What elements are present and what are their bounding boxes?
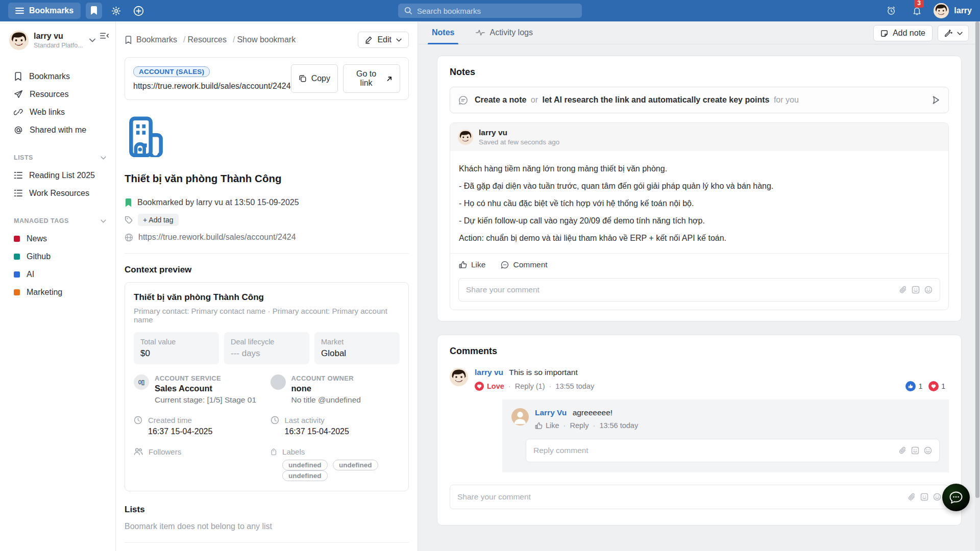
plus-circle-icon <box>133 6 144 16</box>
people-icon <box>134 447 143 456</box>
global-search[interactable] <box>398 4 582 18</box>
chat-bubble-icon <box>458 95 468 105</box>
attach-icon[interactable] <box>908 493 916 501</box>
add-note-button[interactable]: Add note <box>873 25 933 41</box>
workspace-switcher[interactable]: larry vu Standard Platfo... <box>0 31 115 50</box>
reply-comment-input[interactable] <box>533 446 899 455</box>
notifications-button[interactable]: 3 <box>908 3 925 19</box>
user-menu[interactable]: larry <box>934 3 972 18</box>
sidebar-tag-ai[interactable]: AI <box>0 265 115 283</box>
love-action[interactable]: Love <box>487 382 504 390</box>
tab-notes[interactable]: Notes <box>430 21 456 44</box>
scrollbar-thumb[interactable] <box>975 21 979 498</box>
emoji-icon[interactable] <box>924 286 933 294</box>
like-count-icon[interactable] <box>905 381 916 391</box>
note-comment-input-row <box>458 278 940 302</box>
chevron-down-icon <box>396 38 402 42</box>
thumbs-up-icon <box>535 422 543 430</box>
copy-button[interactable]: Copy <box>291 64 338 93</box>
stat-total-value: Total value $0 <box>134 332 219 364</box>
record-type-badge: ACCOUNT (SALES) <box>133 66 210 77</box>
sidebar-item-web-links[interactable]: Web links <box>0 103 115 121</box>
panel-scrollbar[interactable] <box>975 21 980 551</box>
create-new-button[interactable] <box>130 3 147 19</box>
last-activity-block: Last activity 16:37 15-04-2025 <box>271 416 400 436</box>
comment-time: 13:55 today <box>545 382 595 390</box>
comment-text: This is so important <box>509 368 577 377</box>
bookmarks-app-button[interactable] <box>86 3 102 19</box>
label-pill: undefined <box>333 460 378 470</box>
sidebar-item-work-resources[interactable]: Work Resources <box>0 184 115 202</box>
emoji-icon[interactable] <box>933 493 941 501</box>
ai-tools-button[interactable] <box>938 25 969 41</box>
profile-avatar <box>9 31 29 50</box>
note-line: Action: chuẩn bị demo và tài liệu tham k… <box>459 234 940 243</box>
tab-activity-logs[interactable]: Activity logs <box>474 21 534 44</box>
note-line: - Họ có nhu cầu đặc biệt về tích hợp với… <box>459 199 940 208</box>
breadcrumb-current: Show bookmark <box>231 35 296 44</box>
source-url[interactable]: https://true.rework.build/sales/account/… <box>138 233 296 242</box>
reply-action[interactable]: Reply (1) <box>504 382 545 390</box>
emoji-icon[interactable] <box>924 446 932 455</box>
sticker-icon[interactable] <box>911 446 919 455</box>
sidebar-item-shared-with-me[interactable]: Shared with me <box>0 121 115 139</box>
reply-author-name[interactable]: Larry Vu <box>535 408 567 417</box>
sidebar-item-resources[interactable]: Resources <box>0 85 115 103</box>
comments-card: Comments larry vu This is so important L… <box>437 335 962 525</box>
comments-heading: Comments <box>450 346 949 357</box>
stat-deal-lifecycle: Deal lifecycle --- days <box>224 332 309 364</box>
sidebar-tag-news[interactable]: News <box>0 230 115 247</box>
edit-button[interactable]: Edit <box>358 32 409 48</box>
reminders-button[interactable] <box>883 3 900 19</box>
comments-share-input[interactable] <box>457 492 908 502</box>
comment-author-avatar <box>450 368 468 386</box>
comment-author-name[interactable]: larry vu <box>475 368 503 377</box>
support-chat-button[interactable] <box>942 484 970 511</box>
sidebar-tag-github[interactable]: Github <box>0 247 115 265</box>
collapse-sidebar-button[interactable] <box>100 32 109 40</box>
settings-button[interactable] <box>107 3 125 19</box>
stat-label: Total value <box>140 338 212 346</box>
reply-item: Larry Vu agreeeeee! Like Reply 13:56 tod… <box>511 408 940 430</box>
love-count-icon[interactable] <box>928 381 939 391</box>
notes-card: Notes Create a note or let AI research t… <box>437 56 962 321</box>
account-owner-avatar <box>271 374 286 390</box>
sticker-icon[interactable] <box>920 493 928 501</box>
chat-dots-icon <box>949 491 963 504</box>
sidebar-item-reading-list[interactable]: Reading List 2025 <box>0 166 115 184</box>
app-menu-button[interactable]: Bookmarks <box>8 3 81 19</box>
note-comment-button[interactable]: Comment <box>501 260 547 269</box>
note-comment-input[interactable] <box>466 285 899 294</box>
sidebar-item-label: Resources <box>30 90 68 99</box>
breadcrumb-resources[interactable]: Resources <box>181 35 227 44</box>
panel-tabs: Notes Activity logs Add note <box>419 21 980 44</box>
ai-note-composer[interactable]: Create a note or let AI research the lin… <box>450 87 949 113</box>
tab-activity-logs-label: Activity logs <box>489 28 532 37</box>
reply-like-action[interactable]: Like <box>546 421 559 430</box>
sticker-icon[interactable] <box>912 286 920 294</box>
list-icon <box>14 171 22 179</box>
note-line: Khách hàng tiềm năng lớn trong mảng thiế… <box>459 164 940 173</box>
go-to-link-button[interactable]: Go to link <box>343 64 400 93</box>
account-owner-block: ACCOUNT OWNER none No title @undefined <box>271 374 400 405</box>
reply-reply-action[interactable]: Reply <box>559 421 589 430</box>
link-card: ACCOUNT (SALES) https://true.rework.buil… <box>125 57 409 100</box>
managed-tags-section-header[interactable]: MANAGED TAGS <box>0 217 115 224</box>
note-comment-label: Comment <box>513 260 547 269</box>
lists-section-header[interactable]: LISTS <box>0 154 115 161</box>
sidebar-item-bookmarks[interactable]: Bookmarks <box>0 67 115 85</box>
sidebar-tag-marketing[interactable]: Marketing <box>0 283 115 301</box>
search-input[interactable] <box>417 7 576 15</box>
sidebar-item-label: Bookmarks <box>29 72 70 81</box>
note-like-button[interactable]: Like <box>459 260 485 269</box>
love-reaction-icon <box>475 382 484 391</box>
divider <box>125 253 409 254</box>
copy-icon <box>299 74 307 83</box>
sidebar-item-label: Web links <box>30 108 65 117</box>
add-tag-button[interactable]: + Add tag <box>138 214 179 226</box>
breadcrumb-bookmarks[interactable]: Bookmarks <box>136 35 177 44</box>
stat-value: Global <box>321 348 393 359</box>
attach-icon[interactable] <box>899 446 906 455</box>
attach-icon[interactable] <box>899 286 907 294</box>
reply-text: agreeeeee! <box>573 408 612 417</box>
